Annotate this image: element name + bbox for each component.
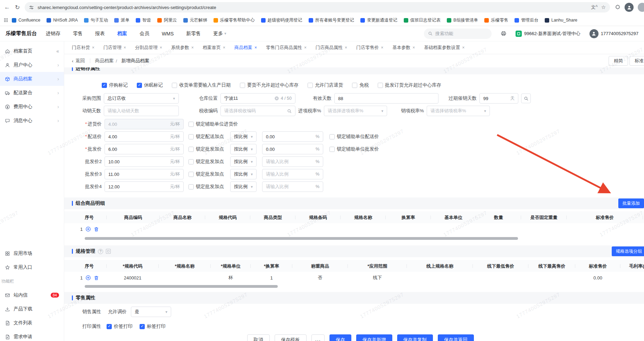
- save-button[interactable]: 保存: [329, 334, 351, 341]
- bookmark-item[interactable]: 值班日志登记表: [401, 16, 444, 24]
- ratio-input[interactable]: 请输入比例 %: [262, 169, 323, 179]
- output-tax-select[interactable]: 请选择销项税率% ▾: [427, 106, 490, 116]
- close-tab-icon[interactable]: ×: [223, 45, 225, 50]
- sidebar-item[interactable]: 站内信 84: [0, 288, 64, 302]
- ratio-input[interactable]: 0.00 %: [262, 144, 323, 154]
- sidebar-item[interactable]: 产品下载: [0, 302, 64, 316]
- lock-aux-unit-checkbox[interactable]: 锁定辅助单位配送价: [329, 133, 379, 140]
- ratio-input[interactable]: 请输入比例 %: [262, 156, 323, 167]
- save-button[interactable]: 保存并返回: [438, 334, 474, 341]
- close-tab-icon[interactable]: ×: [345, 45, 347, 50]
- close-tab-icon[interactable]: ×: [92, 45, 94, 50]
- page-tab[interactable]: 分割品管理 ×: [135, 44, 162, 51]
- page-tab[interactable]: 系统参数 ×: [171, 44, 194, 51]
- purchase-scope-select[interactable]: 总订店收 ▾: [104, 93, 179, 104]
- spec-option-group-button[interactable]: 规格选项分组: [612, 246, 644, 256]
- back-icon[interactable]: ←: [4, 4, 10, 11]
- bookmark-star-icon[interactable]: ☆: [601, 4, 606, 10]
- cancel-button[interactable]: 取消: [247, 334, 270, 341]
- collapse-sidebar-icon[interactable]: «: [56, 48, 59, 54]
- apps-grid-icon[interactable]: [3, 18, 8, 23]
- bookmark-item[interactable]: 智齿: [133, 16, 154, 24]
- flag-checkbox[interactable]: 免税: [352, 82, 369, 88]
- bookmark-item[interactable]: Confluence: [9, 17, 43, 24]
- flag-checkbox[interactable]: 休眠标记: [137, 82, 163, 88]
- tax-code-input[interactable]: 请选择税收编码: [220, 106, 295, 116]
- flag-checkbox[interactable]: 要货不允许超过中心库存: [240, 82, 299, 88]
- user-account[interactable]: 177740052975297: [589, 29, 638, 38]
- page-tab[interactable]: 基本参数 ×: [392, 44, 415, 51]
- sidebar-item[interactable]: 需求申请: [0, 330, 64, 341]
- bookmark-item[interactable]: NHSoft JIRA: [44, 17, 81, 24]
- browser-profile-avatar[interactable]: [625, 3, 634, 12]
- delete-row-icon[interactable]: [94, 275, 99, 281]
- function-search-input[interactable]: 搜索功能: [424, 29, 492, 39]
- price-input[interactable]: 6.00 元/杯: [104, 144, 184, 154]
- close-tab-icon[interactable]: ×: [462, 45, 465, 50]
- sidebar-item[interactable]: 文件列表: [0, 316, 64, 330]
- expire-search-button[interactable]: [521, 94, 531, 103]
- standard-mode-button[interactable]: 标准: [629, 56, 644, 66]
- clear-icon[interactable]: [274, 96, 279, 101]
- bookmark-item[interactable]: 乐檬零售帮助中心: [211, 16, 258, 24]
- save-template-button[interactable]: 保存模板: [275, 334, 307, 341]
- nav-item[interactable]: 档案 ▾: [117, 31, 127, 37]
- bookmark-item[interactable]: 乐檬零售: [482, 16, 511, 24]
- nav-item[interactable]: 新零售 ▾: [186, 31, 201, 37]
- close-tab-icon[interactable]: ×: [124, 45, 126, 50]
- lock-point-checkbox[interactable]: 锁定批发加点: [189, 146, 227, 152]
- ratio-mode-select[interactable]: 按比例 ▾: [230, 144, 257, 154]
- site-settings-icon[interactable]: [29, 5, 34, 10]
- print-icon[interactable]: [501, 31, 507, 36]
- lock-point-checkbox[interactable]: 锁定辅助单位进货价: [189, 121, 227, 127]
- url-text[interactable]: sharec.lemengcloud.com/setting-center/pr…: [37, 5, 587, 10]
- ratio-mode-select[interactable]: 按比例 ▾: [230, 131, 257, 142]
- address-bar[interactable]: sharec.lemengcloud.com/setting-center/pr…: [25, 2, 610, 13]
- bookmark-item[interactable]: 派单: [111, 16, 132, 24]
- nav-item[interactable]: 更多 ▾: [213, 31, 226, 37]
- browser-menu-icon[interactable]: [638, 3, 644, 12]
- sidebar-item[interactable]: 常用入口: [0, 260, 64, 274]
- bookmark-item[interactable]: 元芒解绑: [181, 16, 210, 24]
- warehouse-input[interactable]: 宁波11 4 / 50: [220, 93, 295, 104]
- page-tab[interactable]: 档案首页 ×: [203, 44, 225, 51]
- close-tab-icon[interactable]: ×: [160, 45, 162, 50]
- lock-point-checkbox[interactable]: 锁定批发加点: [189, 184, 227, 190]
- nav-item[interactable]: 进销存 ▾: [46, 31, 60, 37]
- help-icon[interactable]: ?: [98, 249, 103, 254]
- nav-item[interactable]: 报表 ▾: [95, 31, 105, 37]
- sidebar-item[interactable]: 费用中心 « ›: [0, 100, 64, 114]
- bookmark-item[interactable]: 所有者账号变更登记: [306, 16, 357, 24]
- close-tab-icon[interactable]: ×: [381, 45, 383, 50]
- flag-checkbox[interactable]: 允许门店退货: [308, 82, 343, 88]
- page-tab[interactable]: 零售门店商品属性 ×: [266, 44, 307, 51]
- ratio-mode-select[interactable]: 按比例 ▾: [230, 169, 257, 179]
- bookmark-item[interactable]: 变更新通道登记: [358, 16, 400, 24]
- sidebar-item[interactable]: 配送聚合 « ›: [0, 86, 64, 100]
- input-tax-select[interactable]: 请选择进项税率% ▾: [324, 106, 387, 116]
- price-input[interactable]: 12.00 元/杯: [104, 181, 184, 192]
- sidebar-item[interactable]: 商品档案 « ›: [0, 72, 64, 86]
- valid-days-input[interactable]: 88: [334, 93, 438, 104]
- page-tab[interactable]: 门店管理 ×: [103, 44, 126, 51]
- ratio-input[interactable]: 请输入比例 %: [262, 181, 323, 192]
- more-actions-button[interactable]: ···: [311, 334, 325, 341]
- nav-item[interactable]: 零售 ▾: [73, 31, 83, 37]
- price-input[interactable]: 11.00 元/杯: [104, 169, 184, 179]
- bookmark-item[interactable]: 管理后台: [512, 16, 541, 24]
- refresh-icon[interactable]: ↻: [15, 4, 20, 11]
- page-tab[interactable]: 商品档案 ×: [234, 44, 257, 51]
- extensions-icon[interactable]: [615, 5, 620, 10]
- sidebar-item[interactable]: 用户中心 « ›: [0, 58, 64, 72]
- bookmark-item[interactable]: 阿里云: [154, 16, 180, 24]
- simple-mode-button[interactable]: 精简: [609, 56, 628, 66]
- nav-item[interactable]: WMS ▾: [162, 31, 174, 36]
- nav-item[interactable]: 会员 ▾: [140, 31, 149, 37]
- close-tab-icon[interactable]: ×: [412, 45, 415, 50]
- flag-checkbox[interactable]: 批发订货允许超过中心库存: [378, 82, 441, 88]
- ratio-mode-select[interactable]: 按比例 ▾: [230, 156, 257, 167]
- page-tab[interactable]: 门店商品属性 ×: [316, 44, 347, 51]
- flag-checkbox[interactable]: 停购标记: [102, 82, 128, 88]
- sidebar-item[interactable]: 档案首页 « ›: [0, 44, 64, 58]
- flag-checkbox[interactable]: 收货单需要输入生产日期: [172, 82, 231, 88]
